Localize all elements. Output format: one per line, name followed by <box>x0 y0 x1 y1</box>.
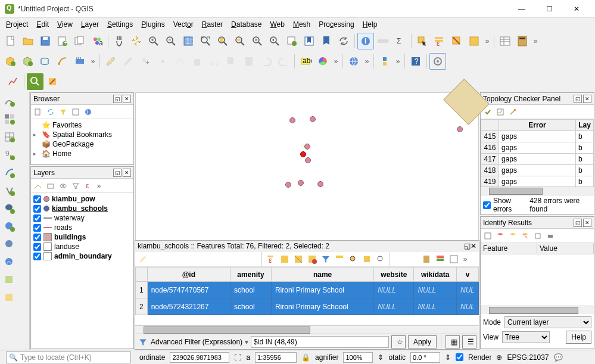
topology-error-table[interactable]: ErrorLay 415gapsb416gapsb417gapsb418gaps… <box>481 119 594 186</box>
map-point[interactable] <box>457 126 463 132</box>
layer-visibility-checkbox[interactable] <box>33 205 41 213</box>
zoom-in-icon[interactable] <box>145 33 162 49</box>
magnifier-input[interactable] <box>343 352 373 363</box>
layer-visibility-checkbox[interactable] <box>33 253 41 260</box>
browser-properties-icon[interactable]: i <box>82 106 94 118</box>
render-checkbox[interactable] <box>456 353 463 361</box>
new-map-view-icon[interactable] <box>284 33 300 49</box>
identify-close-button[interactable]: ✕ <box>583 219 591 227</box>
search-plus-icon[interactable] <box>27 73 43 90</box>
identify-hscroll[interactable] <box>481 306 594 314</box>
attr-overflow-icon[interactable]: » <box>461 255 469 263</box>
browser-item-home[interactable]: ▸🏠Home <box>32 149 132 158</box>
zoom-to-selection-icon[interactable] <box>214 33 231 49</box>
menu-database[interactable]: Database <box>228 19 265 30</box>
identify-expand-icon[interactable] <box>482 230 494 242</box>
topology-validate-icon[interactable] <box>482 106 494 118</box>
toolbar-overflow-icon[interactable]: » <box>363 57 371 66</box>
topology-error-row[interactable]: 417gapsb <box>481 154 594 165</box>
zoom-out-icon[interactable] <box>163 33 179 49</box>
new-shapefile-icon[interactable] <box>2 53 19 70</box>
browser-filter-icon[interactable] <box>57 106 69 118</box>
stats-icon[interactable]: Σ <box>392 33 409 49</box>
vertex-tool-icon[interactable] <box>172 53 188 70</box>
new-print-layout-icon[interactable]: + <box>54 33 71 49</box>
toolbar-overflow-icon[interactable]: » <box>531 37 540 45</box>
layers-overflow-icon[interactable]: » <box>95 182 103 190</box>
table-view-button[interactable]: ▦ <box>446 335 460 349</box>
new-virtual-layer-icon[interactable] <box>54 53 71 70</box>
identify-icon[interactable]: i <box>357 33 374 49</box>
layers-add-group-icon[interactable] <box>45 180 57 192</box>
show-errors-checkbox[interactable] <box>483 201 491 209</box>
metasearch-icon[interactable] <box>345 53 362 70</box>
attr-close-button[interactable]: ✕ <box>471 242 476 250</box>
attr-save-icon[interactable] <box>164 253 177 266</box>
save-edits-icon[interactable] <box>120 53 136 70</box>
add-delimited-text-icon[interactable]: 9, <box>2 147 17 163</box>
filter-expression-input[interactable] <box>251 336 389 348</box>
add-wfs-icon[interactable] <box>2 254 17 270</box>
layer-item[interactable]: admin_boundary <box>32 251 132 261</box>
menu-mesh[interactable]: Mesh <box>289 19 314 30</box>
toolbar-overflow-icon[interactable]: » <box>89 57 97 66</box>
paste-features-icon[interactable] <box>241 53 257 70</box>
attribute-table-icon[interactable] <box>497 33 513 49</box>
browser-undock-button[interactable]: ◱ <box>113 95 122 103</box>
map-point-selected[interactable] <box>300 151 306 157</box>
maximize-button[interactable]: ☐ <box>535 0 563 18</box>
attr-field-calc-icon[interactable] <box>420 253 433 266</box>
copy-features-icon[interactable] <box>223 53 240 70</box>
topology-error-row[interactable]: 415gapsb <box>481 131 594 142</box>
add-gpx-icon[interactable] <box>2 290 17 306</box>
add-postgis-icon[interactable] <box>2 201 17 216</box>
menu-help[interactable]: Help <box>359 19 381 30</box>
form-view-button[interactable]: ☰ <box>462 335 476 349</box>
minimize-button[interactable]: — <box>508 0 535 18</box>
layer-visibility-checkbox[interactable] <box>33 243 41 251</box>
layer-item[interactable]: landuse <box>32 242 132 251</box>
zoom-native-icon[interactable]: 1:1 <box>180 33 197 49</box>
browser-item-geopackage[interactable]: 📦GeoPackage <box>32 139 132 149</box>
layer-item[interactable]: buildings <box>32 232 132 242</box>
attr-deselect-icon[interactable] <box>306 253 319 266</box>
delete-selected-icon[interactable] <box>189 53 205 70</box>
attr-move-top-icon[interactable] <box>333 253 346 266</box>
menu-settings[interactable]: Settings <box>104 19 136 30</box>
toolbar-overflow-icon[interactable]: » <box>483 37 491 45</box>
close-button[interactable]: ✕ <box>563 0 590 18</box>
toolbar-overflow-icon[interactable]: » <box>394 57 402 66</box>
menu-vector[interactable]: Vector <box>170 19 197 30</box>
attr-invert-sel-icon[interactable] <box>292 253 305 266</box>
toolbar-overflow-icon[interactable]: » <box>332 57 340 66</box>
layer-item[interactable]: waterway <box>32 213 132 223</box>
attr-cut-icon[interactable] <box>219 253 232 266</box>
refresh-icon[interactable] <box>335 33 352 49</box>
add-vector-icon[interactable] <box>2 94 17 109</box>
zoom-full-icon[interactable] <box>197 33 214 49</box>
add-spatialite-icon[interactable] <box>2 165 17 181</box>
filter-bookmark-button[interactable]: ☆ <box>391 335 406 349</box>
attr-delete-field-icon[interactable] <box>406 253 419 266</box>
layer-item[interactable]: kiambu_pow <box>32 194 132 204</box>
topology-error-row[interactable]: 418gapsb <box>481 165 594 176</box>
attr-pan-sel-icon[interactable] <box>360 253 373 266</box>
attr-copy-icon[interactable] <box>232 253 245 266</box>
redo-icon[interactable] <box>275 53 292 70</box>
menu-view[interactable]: View <box>54 19 76 30</box>
crs-label[interactable]: EPSG:21037 <box>507 353 549 362</box>
layers-close-button[interactable]: ✕ <box>123 169 131 177</box>
cut-features-icon[interactable] <box>206 53 223 70</box>
browser-refresh-icon[interactable] <box>45 106 57 118</box>
browser-close-button[interactable]: ✕ <box>123 95 131 103</box>
attr-filter-sel-icon[interactable] <box>319 253 332 266</box>
attr-hscroll[interactable] <box>135 325 479 334</box>
layers-style-icon[interactable] <box>32 180 44 192</box>
identify-view-select[interactable]: Tree <box>502 331 550 343</box>
field-calc-icon[interactable] <box>514 33 531 49</box>
attr-undock-button[interactable]: ◱ <box>464 242 471 250</box>
diagram-icon[interactable] <box>314 53 331 70</box>
show-bookmarks-icon[interactable] <box>318 33 335 49</box>
topology-undock-button[interactable]: ◱ <box>574 95 582 103</box>
undo-icon[interactable] <box>258 53 275 70</box>
